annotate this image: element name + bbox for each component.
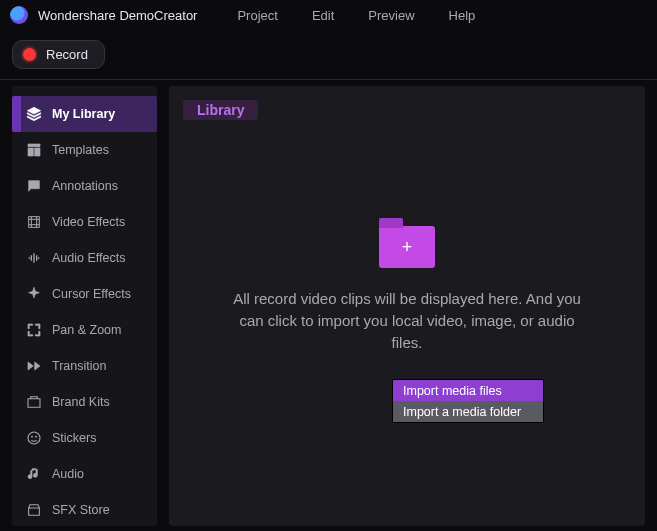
annotation-icon (26, 178, 42, 194)
svg-point-1 (31, 436, 32, 437)
record-button[interactable]: Record (12, 40, 105, 69)
titlebar: Wondershare DemoCreator Project Edit Pre… (0, 0, 657, 30)
sidebar-item-label: Brand Kits (52, 395, 110, 409)
empty-library-area[interactable]: + All record video clips will be display… (169, 226, 645, 353)
import-context-menu: Import media files Import a media folder (393, 380, 543, 422)
sidebar-item-label: Transition (52, 359, 106, 373)
sidebar: My Library Templates Annotations Video E… (12, 86, 157, 526)
sidebar-item-label: Audio (52, 467, 84, 481)
audio-icon (26, 466, 42, 482)
record-button-label: Record (46, 47, 88, 62)
menu-project[interactable]: Project (237, 8, 277, 23)
sidebar-item-label: Stickers (52, 431, 96, 445)
toolbar: Record (0, 30, 657, 80)
app-title: Wondershare DemoCreator (38, 8, 197, 23)
brand-kits-icon (26, 394, 42, 410)
app-logo-icon (10, 6, 28, 24)
sidebar-item-label: SFX Store (52, 503, 110, 517)
sidebar-item-annotations[interactable]: Annotations (12, 168, 157, 204)
pan-zoom-icon (26, 322, 42, 338)
empty-library-message: All record video clips will be displayed… (227, 288, 587, 353)
menu-import-media-folder[interactable]: Import a media folder (393, 401, 543, 422)
stickers-icon (26, 430, 42, 446)
video-effects-icon (26, 214, 42, 230)
svg-point-0 (28, 432, 40, 444)
sidebar-item-sfx-store[interactable]: SFX Store (12, 492, 157, 526)
sidebar-item-my-library[interactable]: My Library (12, 96, 157, 132)
sidebar-item-label: My Library (52, 107, 115, 121)
svg-point-2 (35, 436, 36, 437)
layers-icon (26, 106, 42, 122)
sfx-store-icon (26, 502, 42, 518)
sidebar-item-video-effects[interactable]: Video Effects (12, 204, 157, 240)
sidebar-item-templates[interactable]: Templates (12, 132, 157, 168)
transition-icon (26, 358, 42, 374)
audio-effects-icon (26, 250, 42, 266)
sidebar-item-label: Annotations (52, 179, 118, 193)
record-dot-icon (23, 48, 36, 61)
menu-import-media-files[interactable]: Import media files (393, 380, 543, 401)
library-tag: Library (183, 100, 258, 120)
import-folder-icon: + (379, 226, 435, 268)
menu-edit[interactable]: Edit (312, 8, 334, 23)
sidebar-item-stickers[interactable]: Stickers (12, 420, 157, 456)
menu-help[interactable]: Help (449, 8, 476, 23)
sidebar-item-pan-zoom[interactable]: Pan & Zoom (12, 312, 157, 348)
sidebar-item-brand-kits[interactable]: Brand Kits (12, 384, 157, 420)
menubar: Project Edit Preview Help (237, 8, 475, 23)
sidebar-item-label: Video Effects (52, 215, 125, 229)
content-panel: Library + All record video clips will be… (169, 86, 645, 526)
cursor-effects-icon (26, 286, 42, 302)
plus-icon: + (402, 237, 413, 258)
sidebar-item-label: Audio Effects (52, 251, 125, 265)
template-icon (26, 142, 42, 158)
sidebar-item-audio-effects[interactable]: Audio Effects (12, 240, 157, 276)
sidebar-item-label: Pan & Zoom (52, 323, 121, 337)
main-area: My Library Templates Annotations Video E… (0, 80, 657, 526)
sidebar-item-label: Templates (52, 143, 109, 157)
sidebar-item-transition[interactable]: Transition (12, 348, 157, 384)
sidebar-item-audio[interactable]: Audio (12, 456, 157, 492)
menu-preview[interactable]: Preview (368, 8, 414, 23)
sidebar-item-label: Cursor Effects (52, 287, 131, 301)
sidebar-item-cursor-effects[interactable]: Cursor Effects (12, 276, 157, 312)
